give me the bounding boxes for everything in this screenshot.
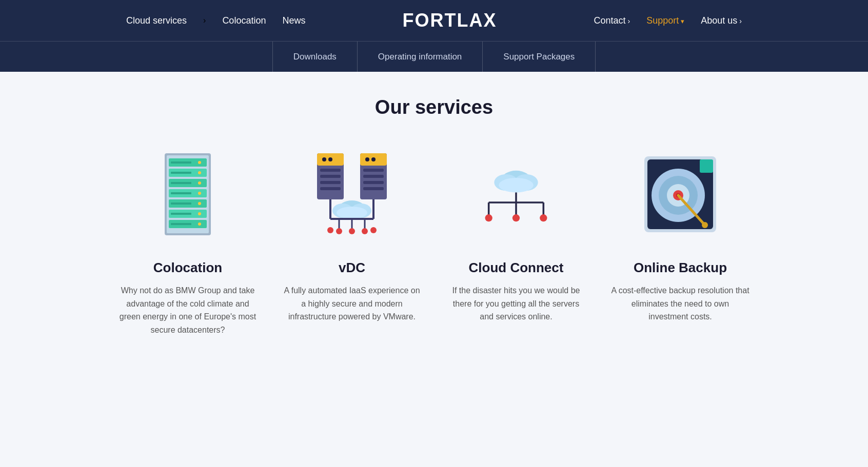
svg-point-75 bbox=[702, 222, 708, 228]
svg-rect-36 bbox=[363, 175, 384, 178]
service-card-colocation: Colocation Why not do as BMW Group and t… bbox=[106, 143, 270, 336]
svg-rect-21 bbox=[171, 213, 191, 215]
svg-point-9 bbox=[198, 161, 201, 164]
svg-rect-35 bbox=[363, 169, 384, 172]
svg-point-65 bbox=[540, 214, 547, 221]
online-backup-icon bbox=[639, 143, 721, 246]
nav-news[interactable]: News bbox=[282, 15, 305, 26]
sub-navigation: Downloads Operating information Support … bbox=[0, 41, 868, 72]
nav-about-us[interactable]: About us› bbox=[701, 15, 742, 26]
service-card-online-backup: Online Backup A cost-effective backup re… bbox=[598, 143, 762, 336]
svg-point-42 bbox=[337, 207, 367, 219]
online-backup-desc: A cost-effective backup resolution that … bbox=[610, 284, 750, 323]
svg-rect-20 bbox=[171, 202, 191, 205]
nav-left-group: Cloud services› Colocation News bbox=[126, 15, 305, 26]
colocation-desc: Why not do as BMW Group and take advanta… bbox=[118, 284, 258, 336]
svg-rect-34 bbox=[320, 187, 341, 190]
subnav-downloads[interactable]: Downloads bbox=[272, 42, 358, 72]
cloud-connect-title: Cloud Connect bbox=[469, 260, 564, 276]
svg-rect-18 bbox=[171, 182, 191, 184]
subnav-operating-information[interactable]: Operating information bbox=[358, 42, 483, 72]
svg-rect-68 bbox=[700, 159, 713, 173]
section-title: Our services bbox=[0, 96, 868, 118]
about-chevron-icon: › bbox=[739, 17, 742, 25]
svg-point-12 bbox=[198, 192, 201, 195]
subnav-support-packages[interactable]: Support Packages bbox=[483, 42, 596, 72]
svg-point-52 bbox=[362, 228, 368, 234]
nav-colocation[interactable]: Colocation bbox=[222, 15, 266, 26]
svg-point-49 bbox=[327, 227, 333, 233]
svg-point-50 bbox=[336, 228, 342, 234]
nav-contact[interactable]: Contact› bbox=[594, 15, 630, 26]
svg-point-14 bbox=[198, 212, 201, 215]
svg-point-64 bbox=[512, 214, 520, 221]
svg-point-28 bbox=[328, 157, 332, 161]
vdc-icon bbox=[311, 143, 393, 246]
svg-point-27 bbox=[322, 157, 326, 161]
service-card-vdc: vDC A fully automated IaaS experience on… bbox=[270, 143, 434, 336]
top-navigation: Cloud services› Colocation News FORTLAX … bbox=[0, 0, 868, 41]
services-grid: Colocation Why not do as BMW Group and t… bbox=[101, 143, 767, 336]
svg-rect-32 bbox=[320, 175, 341, 178]
svg-rect-31 bbox=[320, 169, 341, 172]
cloud-connect-icon bbox=[475, 143, 557, 246]
nav-support[interactable]: Support▾ bbox=[646, 15, 684, 26]
site-logo: FORTLAX bbox=[402, 10, 497, 31]
vdc-desc: A fully automated IaaS experience on a h… bbox=[282, 284, 422, 323]
svg-point-57 bbox=[499, 178, 534, 192]
svg-rect-22 bbox=[171, 223, 191, 225]
vdc-title: vDC bbox=[339, 260, 365, 276]
main-content: Our services bbox=[0, 72, 868, 367]
colocation-title: Colocation bbox=[153, 260, 222, 276]
contact-chevron-icon: › bbox=[628, 17, 630, 25]
nav-cloud-services[interactable]: Cloud services bbox=[126, 15, 187, 26]
svg-rect-16 bbox=[171, 161, 191, 164]
cloud-connect-desc: If the disaster hits you we would be the… bbox=[446, 284, 586, 323]
svg-rect-38 bbox=[363, 187, 384, 190]
svg-point-10 bbox=[198, 171, 201, 174]
svg-point-11 bbox=[198, 181, 201, 185]
nav-right-group: Contact› Support▾ About us› bbox=[594, 15, 742, 26]
svg-point-13 bbox=[198, 202, 201, 205]
svg-point-30 bbox=[371, 157, 376, 161]
svg-point-51 bbox=[349, 228, 355, 234]
svg-point-53 bbox=[370, 227, 377, 233]
svg-rect-19 bbox=[171, 192, 191, 194]
svg-point-63 bbox=[485, 214, 492, 221]
svg-point-15 bbox=[198, 222, 201, 226]
svg-point-29 bbox=[365, 157, 369, 161]
support-chevron-icon: ▾ bbox=[681, 17, 684, 25]
colocation-icon bbox=[147, 143, 229, 246]
svg-rect-33 bbox=[320, 181, 341, 184]
service-card-cloud-connect: Cloud Connect If the disaster hits you w… bbox=[434, 143, 598, 336]
svg-rect-37 bbox=[363, 181, 384, 184]
online-backup-title: Online Backup bbox=[634, 260, 727, 276]
cloud-services-chevron-icon: › bbox=[203, 16, 206, 25]
svg-rect-17 bbox=[171, 172, 191, 174]
